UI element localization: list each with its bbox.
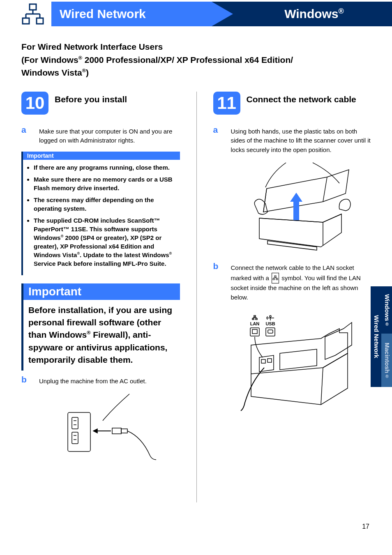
important-large-body: Before installation, if you are using pe… [21, 300, 180, 371]
svg-rect-33 [252, 329, 257, 334]
header-bar: Wired Network Windows® [51, 2, 392, 26]
step-10-a-text: Make sure that your computer is ON and y… [39, 125, 180, 145]
step-11-a: a Using both hands, use the plastic tabs… [213, 125, 372, 155]
figure-lift-cover [230, 161, 372, 251]
svg-rect-32 [250, 328, 259, 336]
tab-wired-network: Wired Network [371, 286, 381, 387]
side-tabs: Wired Network Windows® Macintosh® [371, 286, 392, 387]
svg-rect-0 [30, 4, 36, 10]
header-left-text: Wired Network [60, 7, 146, 21]
svg-marker-15 [290, 193, 302, 202]
step-11-a-text: Using both hands, use the plastic tabs o… [231, 125, 372, 155]
step-11-b: b Connect the network cable to the LAN s… [213, 261, 372, 302]
registered-icon: ® [385, 374, 388, 379]
svg-point-30 [270, 315, 271, 317]
intro-line2b: 2000 Professional/XP/ XP Professional x6… [82, 55, 293, 64]
column-divider [196, 92, 197, 502]
svg-rect-16 [274, 276, 276, 277]
important-small-head: Important [21, 152, 180, 160]
svg-rect-17 [273, 279, 274, 280]
intro-line3a: Windows Vista [21, 68, 82, 77]
svg-rect-36 [261, 359, 265, 363]
svg-rect-18 [276, 279, 278, 280]
registered-icon: ® [78, 55, 82, 61]
header-right-text: Windows [284, 7, 338, 21]
network-symbol-icon [272, 273, 279, 284]
usb-label: USB [266, 321, 275, 326]
left-column: 10 Before you install a Make sure that y… [21, 92, 180, 502]
svg-rect-8 [72, 417, 78, 429]
step-10-a: a Make sure that your computer is ON and… [21, 125, 180, 145]
svg-rect-7 [68, 412, 90, 451]
network-icon [21, 2, 45, 26]
svg-rect-24 [252, 318, 254, 320]
header-section-title: Wired Network [51, 2, 212, 26]
figure-unplug [38, 392, 180, 462]
tab-macintosh: Macintosh® [381, 334, 392, 387]
page-header: Wired Network Windows® [0, 0, 392, 28]
lan-socket-illustration: LAN USB [239, 308, 354, 415]
substep-letter-a: a [21, 125, 32, 145]
unplug-illustration [60, 392, 158, 462]
page-number: 17 [362, 523, 369, 530]
important-small-body: If there are any programs running, close… [21, 160, 180, 275]
header-os-title: Windows® [212, 2, 392, 26]
step-10-b-text: Unplug the machine from the AC outlet. [39, 375, 147, 386]
right-column: 11 Connect the network cable a Using bot… [213, 92, 372, 502]
svg-rect-35 [268, 330, 273, 333]
step-11-badge: 11 [213, 92, 240, 115]
lift-cover-illustration [247, 161, 354, 251]
tab-windows: Windows® [381, 286, 392, 334]
step-10-badge: 10 [21, 92, 48, 115]
registered-icon: ® [169, 251, 172, 256]
svg-rect-9 [72, 432, 78, 444]
svg-rect-1 [23, 18, 29, 24]
svg-rect-2 [37, 18, 43, 24]
registered-icon: ® [385, 322, 388, 327]
intro-line2a: (For Windows [21, 55, 78, 64]
lan-label: LAN [250, 321, 260, 326]
figure-lan-socket: LAN USB [221, 308, 372, 415]
intro-line1: For Wired Network Interface Users [21, 42, 163, 51]
svg-marker-14 [93, 429, 97, 433]
intro-heading: For Wired Network Interface Users (For W… [21, 40, 371, 79]
substep-letter-b: b [213, 261, 224, 302]
step-10-header: 10 Before you install [21, 92, 180, 115]
important-bullet-1: If there are any programs running, close… [34, 163, 176, 172]
substep-letter-a: a [213, 125, 224, 155]
step-11-header: 11 Connect the network cable [213, 92, 372, 115]
svg-rect-25 [256, 318, 257, 320]
step-10-b: b Unplug the machine from the AC outlet. [21, 375, 180, 386]
intro-line3b: ) [86, 68, 89, 77]
step-10-title: Before you install [55, 92, 127, 105]
substep-letter-b: b [21, 375, 32, 386]
important-large-head: Important [21, 283, 180, 300]
registered-icon: ® [82, 68, 86, 74]
registered-icon: ® [339, 7, 344, 15]
header-arrow-shape [212, 2, 233, 26]
step-11-title: Connect the network cable [247, 92, 356, 105]
important-bullet-2: Make sure there are no memory cards or a… [34, 175, 176, 192]
step-11-b-text: Connect the network cable to the LAN soc… [231, 261, 372, 302]
svg-rect-34 [266, 328, 275, 336]
svg-rect-37 [267, 359, 272, 362]
important-bullet-3: The screens may differ depending on the … [34, 196, 176, 213]
important-bullet-4: The supplied CD-ROM includes ScanSoft™ P… [34, 216, 176, 268]
svg-rect-23 [254, 315, 256, 317]
